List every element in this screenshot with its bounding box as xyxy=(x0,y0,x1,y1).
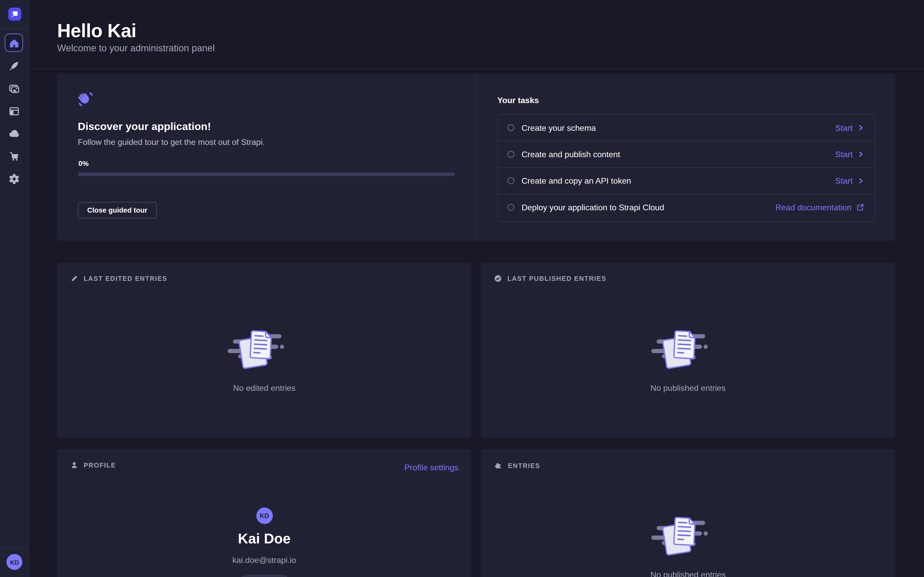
task-status-circle-icon xyxy=(507,204,515,211)
task-read-documentation-link[interactable]: Read documentation xyxy=(775,203,864,212)
chevron-right-icon xyxy=(858,178,864,184)
tour-progress-label: 0% xyxy=(78,160,89,168)
header-divider xyxy=(29,69,924,69)
task-label: Create your schema xyxy=(522,123,835,132)
task-status-circle-icon xyxy=(507,177,515,184)
chevron-right-icon xyxy=(858,125,864,131)
last-edited-entries-card: LAST EDITED ENTRIES xyxy=(57,263,472,438)
sidebar-item-content-manager[interactable] xyxy=(8,60,20,72)
chevron-right-icon xyxy=(858,151,864,157)
content-type-builder-icon xyxy=(8,105,20,117)
waving-hand-icon xyxy=(78,91,94,110)
user-avatar[interactable]: KD xyxy=(6,554,22,570)
strapi-admin-dashboard: KD Hello Kai Welcome to your administrat… xyxy=(0,0,924,577)
sidebar-item-settings[interactable] xyxy=(8,173,20,185)
tour-progress-bar xyxy=(78,172,455,176)
tasks-title: Your tasks xyxy=(498,95,539,105)
task-label: Create and publish content xyxy=(522,150,835,159)
sidebar: KD xyxy=(0,0,29,577)
profile-email: kai.doe@strapi.io xyxy=(57,555,472,565)
sidebar-divider-bottom xyxy=(0,548,29,549)
entries-card: ENTRIES xyxy=(481,449,895,577)
empty-documents-illustration xyxy=(651,322,725,372)
profile-settings-link[interactable]: Profile settings xyxy=(404,463,459,472)
empty-documents-illustration xyxy=(227,322,301,372)
feather-icon xyxy=(8,60,20,72)
task-status-circle-icon xyxy=(507,124,515,131)
external-link-icon xyxy=(857,204,864,211)
card-title: ENTRIES xyxy=(508,462,540,469)
cloud-icon xyxy=(8,128,20,140)
empty-state-text: No published entries xyxy=(481,570,895,577)
sidebar-item-home[interactable] xyxy=(5,34,23,52)
gear-icon xyxy=(8,173,20,185)
sidebar-item-cloud[interactable] xyxy=(8,128,20,140)
guided-tour-panel: Discover your application! Follow the gu… xyxy=(57,74,895,241)
tour-subtitle: Follow the guided tour to get the most o… xyxy=(78,137,265,147)
task-action-label: Start xyxy=(835,176,853,185)
task-label: Deploy your application to Strapi Cloud xyxy=(522,203,775,212)
task-row: Create and copy an API token Start xyxy=(498,167,874,193)
strapi-logo[interactable] xyxy=(8,8,21,21)
tasks-list: Create your schema Start Create and publ… xyxy=(498,114,875,222)
task-action-label: Start xyxy=(835,150,853,159)
profile-card: PROFILE Profile settings KD Kai Doe kai.… xyxy=(57,449,472,577)
card-title: LAST PUBLISHED ENTRIES xyxy=(507,275,606,282)
puzzle-icon xyxy=(494,462,502,469)
task-row: Create and publish content Start xyxy=(498,141,874,167)
media-library-icon xyxy=(8,83,20,95)
tour-vertical-divider xyxy=(476,74,477,241)
empty-state-text: No edited entries xyxy=(57,384,472,393)
last-published-entries-card: LAST PUBLISHED ENTRIES xyxy=(481,263,895,438)
check-circle-icon xyxy=(494,275,502,282)
cart-icon xyxy=(8,150,20,162)
strapi-logo-icon xyxy=(8,8,21,21)
empty-documents-illustration xyxy=(651,508,725,559)
task-start-link[interactable]: Start xyxy=(835,123,864,132)
task-row: Deploy your application to Strapi Cloud … xyxy=(498,193,874,220)
page-title: Hello Kai xyxy=(57,20,136,42)
pencil-icon xyxy=(71,275,78,282)
sidebar-item-media-library[interactable] xyxy=(8,83,20,95)
task-start-link[interactable]: Start xyxy=(835,150,864,159)
card-title: PROFILE xyxy=(84,462,116,469)
profile-name: Kai Doe xyxy=(57,530,472,547)
home-icon xyxy=(8,37,20,48)
task-start-link[interactable]: Start xyxy=(835,176,864,185)
task-row: Create your schema Start xyxy=(498,114,874,140)
page-subtitle: Welcome to your administration panel xyxy=(57,43,215,53)
sidebar-item-marketplace[interactable] xyxy=(8,150,20,162)
task-action-label: Read documentation xyxy=(775,203,851,212)
tour-title: Discover your application! xyxy=(78,121,211,133)
person-icon xyxy=(71,462,78,469)
sidebar-divider-top xyxy=(0,28,29,29)
card-title: LAST EDITED ENTRIES xyxy=(84,275,167,282)
close-guided-tour-button[interactable]: Close guided tour xyxy=(78,202,157,219)
task-label: Create and copy an API token xyxy=(522,176,835,185)
empty-state-text: No published entries xyxy=(481,384,895,393)
task-action-label: Start xyxy=(835,123,853,132)
sidebar-item-content-type-builder[interactable] xyxy=(8,105,20,117)
profile-avatar: KD xyxy=(256,508,273,524)
task-status-circle-icon xyxy=(507,151,515,158)
profile-role-badge xyxy=(240,575,289,577)
